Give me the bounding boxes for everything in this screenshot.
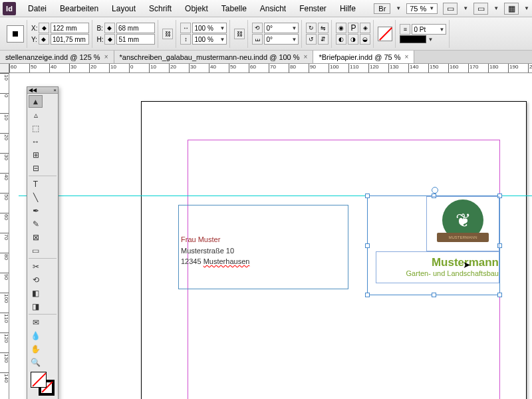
resize-handle[interactable] [365, 293, 370, 297]
bridge-button[interactable]: Br [374, 3, 390, 14]
content-tool[interactable]: ⊞ [29, 148, 43, 161]
menu-layout[interactable]: Layout [105, 4, 142, 13]
company-subtitle: Garten- und Landschaftsbau [376, 269, 499, 277]
misc-icon[interactable]: ◒ [360, 34, 370, 45]
select-content-icon[interactable]: ◉ [336, 23, 346, 33]
fill-stroke-control[interactable] [31, 372, 55, 396]
stepper-icon[interactable]: ◆ [39, 23, 49, 33]
company-text-frame[interactable]: Mustermann Garten- und Landschaftsbau [376, 251, 499, 283]
scissors-tool[interactable]: ✂ [29, 260, 43, 273]
gradient-swatch-tool[interactable]: ◧ [29, 287, 43, 299]
menu-schrift[interactable]: Schrift [142, 4, 178, 13]
resize-handle[interactable] [365, 243, 370, 248]
stroke-style[interactable] [400, 35, 426, 43]
address-frame[interactable]: Frau Muster Musterstraße 10 12345 Muster… [178, 205, 348, 289]
panel-header[interactable]: ◀◀× [27, 87, 58, 94]
control-bar: X:◆ Y:◆ B:◆ H:◆ ⛓ ↔100 %▼ ↕100 %▼ ⛓ ⟲0°▼… [0, 17, 532, 51]
hand-tool[interactable]: ✋ [29, 342, 43, 355]
menu-bar: Id DateiBearbeitenLayoutSchriftObjektTab… [0, 0, 532, 17]
h-input[interactable] [116, 34, 155, 45]
close-icon[interactable]: × [405, 53, 409, 61]
scale-y-combo[interactable]: 100 %▼ [192, 34, 227, 45]
close-icon[interactable]: × [104, 53, 108, 61]
shear-combo[interactable]: 0°▼ [264, 34, 299, 45]
tools-panel[interactable]: ◀◀× ▲ ▵ ⬚ ↔ ⊞ ⊟ T ╲ ✒ ✎ ⊠ ▭ ✂ ⟲ ◧ ◨ ✉ 💧 … [27, 86, 59, 399]
resize-handle[interactable] [497, 293, 502, 297]
address-line1: Frau Muster [181, 234, 346, 245]
menu-tabelle[interactable]: Tabelle [215, 4, 253, 13]
rectangle-tool[interactable]: ▭ [29, 244, 43, 257]
misc-icon[interactable]: ◑ [348, 34, 358, 45]
logo-banner: MUSTERMANN [437, 233, 489, 242]
fill-swatch[interactable] [378, 27, 392, 41]
close-icon[interactable]: × [304, 53, 308, 61]
resize-handle[interactable] [365, 194, 370, 198]
vertical-ruler[interactable]: 100102030405060708090100110120130140 [0, 73, 9, 399]
logo-frame[interactable]: ❦ MUSTERMANN [426, 196, 499, 251]
rotate-cw-icon[interactable]: ↻ [306, 23, 317, 33]
rotate-icon: ⟲ [252, 23, 263, 33]
canvas[interactable]: Frau Muster Musterstraße 10 12345 Muster… [9, 73, 532, 399]
menu-bearbeiten[interactable]: Bearbeiten [53, 4, 105, 13]
gradient-feather-tool[interactable]: ◨ [29, 300, 43, 313]
direct-select-tool[interactable]: ▵ [29, 108, 43, 121]
eyedropper-tool[interactable]: 💧 [29, 329, 43, 342]
gap-tool[interactable]: ↔ [29, 135, 43, 148]
screen-mode-button[interactable]: ▭ [473, 3, 488, 15]
logo-icon: ❦ MUSTERMANN [442, 200, 483, 241]
selection-tool[interactable]: ▲ [29, 95, 43, 108]
reference-point[interactable] [7, 25, 24, 43]
stroke-weight-combo[interactable]: 0 Pt▼ [412, 24, 446, 35]
misc-icon[interactable]: ◐ [336, 34, 346, 45]
menu-fenster[interactable]: Fenster [293, 4, 333, 13]
pencil-tool[interactable]: ✎ [29, 217, 43, 230]
horizontal-ruler[interactable]: 6050403020100102030405060708090100110120… [9, 64, 532, 73]
stroke-weight-icon: ≡ [400, 24, 410, 35]
zoom-tool[interactable]: 🔍 [29, 356, 43, 368]
flip-h-icon[interactable]: ⇋ [318, 23, 329, 33]
view-mode-button[interactable]: ▭ [443, 3, 458, 15]
menu-ansicht[interactable]: Ansicht [253, 4, 293, 13]
rotation-combo[interactable]: 0°▼ [264, 23, 299, 33]
document-tab[interactable]: *Briefpapier.indd @ 75 %× [313, 51, 414, 63]
app-icon: Id [3, 2, 16, 15]
transform-tool[interactable]: ⟲ [29, 273, 43, 286]
address-line2: Musterstraße 10 [181, 245, 346, 257]
link-icon[interactable]: ⛓ [234, 29, 245, 39]
select-container-icon[interactable]: P [348, 23, 358, 33]
stepper-icon[interactable]: ◆ [104, 34, 115, 45]
company-frame[interactable]: ❦ MUSTERMANN Mustermann Garten- und Land… [367, 196, 500, 295]
page-tool[interactable]: ⬚ [29, 122, 43, 134]
misc-icon[interactable]: ◈ [360, 23, 370, 33]
menu-datei[interactable]: Datei [21, 4, 53, 13]
flip-v-icon[interactable]: ⇵ [318, 34, 329, 45]
x-input[interactable] [51, 23, 89, 33]
y-input[interactable] [51, 34, 89, 45]
frame-tool[interactable]: ⊠ [29, 231, 43, 243]
rotate-handle[interactable] [432, 187, 438, 194]
resize-handle[interactable] [432, 293, 436, 297]
link-icon[interactable]: ⛓ [162, 29, 173, 39]
stepper-icon[interactable]: ◆ [39, 34, 49, 45]
scale-x-icon: ↔ [180, 23, 191, 33]
pen-tool[interactable]: ✒ [29, 204, 43, 217]
type-tool[interactable]: T [29, 178, 43, 190]
arrange-button[interactable]: ▦ [504, 3, 519, 15]
content-tool-2[interactable]: ⊟ [29, 162, 43, 174]
w-input[interactable] [116, 23, 155, 33]
scale-x-combo[interactable]: 100 %▼ [192, 23, 227, 33]
zoom-combo[interactable]: 75 %▼ [406, 3, 438, 14]
scale-y-icon: ↕ [180, 34, 191, 45]
menu-objekt[interactable]: Objekt [178, 4, 215, 13]
document-tab[interactable]: *anschreiben_galabau_mustermann-neu.indd… [114, 51, 314, 63]
document-tabs: stellenanzeige.indd @ 125 %×*anschreiben… [0, 51, 532, 64]
ruler-origin[interactable] [0, 64, 9, 73]
stepper-icon[interactable]: ◆ [104, 23, 115, 33]
company-name: Mustermann [376, 256, 499, 269]
note-tool[interactable]: ✉ [29, 316, 43, 329]
line-tool[interactable]: ╲ [29, 191, 43, 203]
chevron-down-icon: ▼ [396, 5, 401, 11]
document-tab[interactable]: stellenanzeige.indd @ 125 %× [0, 51, 114, 63]
rotate-ccw-icon[interactable]: ↺ [306, 34, 317, 45]
menu-hilfe[interactable]: Hilfe [333, 4, 362, 13]
